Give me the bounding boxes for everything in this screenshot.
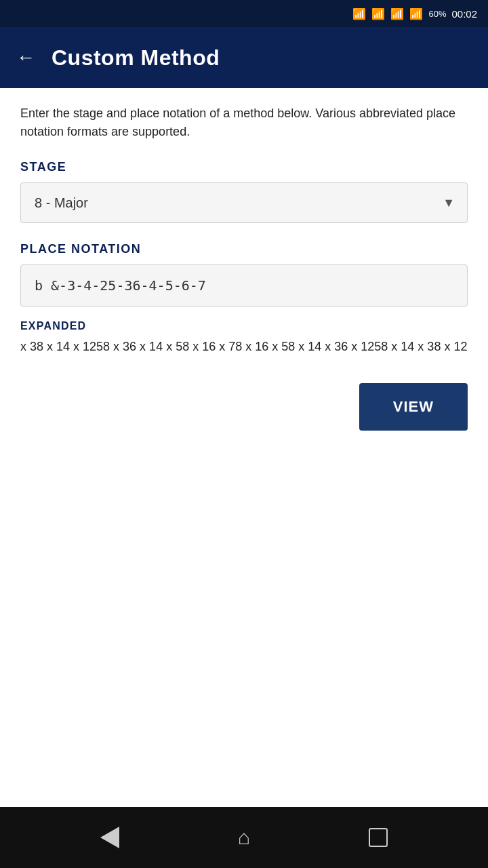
place-notation-wrapper[interactable]	[20, 264, 468, 307]
battery-indicator: 60%	[428, 9, 446, 19]
vibrate-icon: 📶	[371, 7, 385, 20]
recents-nav-button[interactable]	[369, 828, 388, 847]
page-title: Custom Method	[52, 45, 220, 71]
signal-icon: 📶	[409, 7, 423, 20]
expanded-text: x 38 x 14 x 1258 x 36 x 14 x 58 x 16 x 7…	[20, 338, 468, 356]
expanded-label: EXPANDED	[20, 320, 468, 332]
view-button-row: VIEW	[20, 383, 468, 431]
view-button[interactable]: VIEW	[359, 383, 468, 431]
place-notation-label: PLACE NOTATION	[20, 242, 468, 256]
stage-label: STAGE	[20, 160, 468, 174]
place-notation-input[interactable]	[21, 265, 467, 306]
description-text: Enter the stage and place notation of a …	[20, 104, 468, 141]
status-icons: 📶 📶 📶 📶 60% 00:02	[352, 7, 477, 20]
main-content: Enter the stage and place notation of a …	[0, 88, 488, 807]
nav-bar: ⌂	[0, 807, 488, 868]
home-icon: ⌂	[238, 826, 250, 848]
stage-select[interactable]: 4 - Minimus 5 - Doubles 6 - Minor 7 - Tr…	[21, 183, 467, 222]
battery-percent: 60%	[428, 9, 446, 19]
back-nav-icon	[100, 827, 119, 848]
stage-select-wrapper[interactable]: 4 - Minimus 5 - Doubles 6 - Minor 7 - Tr…	[20, 182, 468, 223]
app-bar: ← Custom Method	[0, 27, 488, 88]
wifi-icon: 📶	[390, 7, 404, 20]
nfc-icon: 📶	[352, 7, 366, 20]
home-nav-button[interactable]: ⌂	[238, 826, 250, 849]
back-button[interactable]: ←	[16, 47, 35, 68]
status-time: 00:02	[451, 8, 477, 20]
recents-icon	[369, 828, 388, 847]
back-nav-button[interactable]	[100, 827, 119, 848]
status-bar: 📶 📶 📶 📶 60% 00:02	[0, 0, 488, 27]
